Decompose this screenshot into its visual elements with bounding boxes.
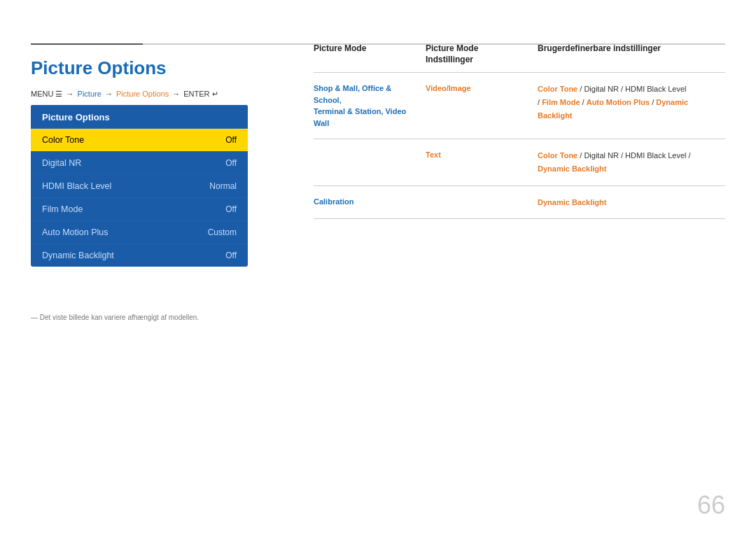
table-row-2-col3: Color Tone / Digital NR / HDMI Black Lev…	[538, 149, 725, 175]
table-header-col2: Picture ModeIndstillinger	[426, 43, 538, 65]
menu-item-hdmi-black-label: HDMI Black Level	[42, 181, 111, 191]
breadcrumb-enter-icon: ↵	[212, 90, 218, 98]
table-row-2-col3-color-tone: Color Tone	[538, 151, 578, 160]
table-row-1-col2: Video/Image	[426, 83, 538, 94]
breadcrumb-arrow-3: →	[172, 90, 182, 98]
menu-item-digital-nr-value: Off	[225, 158, 237, 168]
breadcrumb-arrow-2: →	[105, 90, 115, 98]
table-row-1-col3: Color Tone / Digital NR / HDMI Black Lev…	[538, 83, 725, 122]
menu-item-hdmi-black[interactable]: HDMI Black Level Normal	[31, 175, 248, 198]
table-row-2-col2: Text	[426, 149, 538, 161]
table-row-1-col3-sep3: /	[650, 98, 656, 106]
table-row-1-col3-sep2: /	[580, 98, 587, 106]
menu-item-digital-nr-label: Digital NR	[42, 158, 81, 168]
right-table: Picture Mode Picture ModeIndstillinger B…	[314, 43, 725, 219]
breadcrumb-picture-link[interactable]: Picture	[78, 90, 102, 98]
breadcrumb-current: Picture Options	[116, 90, 169, 98]
breadcrumb: MENU ☰ → Picture → Picture Options → ENT…	[31, 90, 218, 99]
menu-item-dynamic-backlight-value: Off	[225, 251, 237, 260]
breadcrumb-enter: ENTER	[183, 90, 211, 98]
table-row-3: Calibration Dynamic Backlight	[314, 186, 725, 220]
menu-item-color-tone-label: Color Tone	[42, 135, 84, 145]
table-header-col1: Picture Mode	[314, 43, 426, 65]
table-row-3-col1: Calibration	[314, 196, 426, 208]
menu-box-title: Picture Options	[31, 105, 248, 129]
table-row-1-col3-film-mode: Film Mode	[542, 98, 580, 106]
table-row-2: Text Color Tone / Digital NR / HDMI Blac…	[314, 139, 725, 185]
table-row-1: Shop & Mall, Office & School,Terminal & …	[314, 73, 725, 139]
menu-item-color-tone[interactable]: Color Tone Off	[31, 129, 248, 152]
top-rule-accent	[31, 43, 143, 45]
menu-item-digital-nr[interactable]: Digital NR Off	[31, 152, 248, 175]
menu-item-film-mode-label: Film Mode	[42, 204, 83, 214]
table-row-3-col3-dynamic: Dynamic Backlight	[538, 198, 606, 206]
table-row-1-col3-color-tone: Color Tone	[538, 85, 578, 93]
table-row-2-col3-dynamic: Dynamic Backlight	[538, 164, 606, 173]
page-number: 66	[697, 491, 725, 520]
breadcrumb-menu: MENU	[31, 90, 55, 98]
menu-item-hdmi-black-value: Normal	[209, 181, 237, 191]
menu-item-film-mode-value: Off	[225, 204, 237, 214]
picture-options-menu: Picture Options Color Tone Off Digital N…	[31, 105, 248, 267]
menu-item-auto-motion-value: Custom	[208, 227, 237, 237]
menu-item-film-mode[interactable]: Film Mode Off	[31, 198, 248, 221]
breadcrumb-arrow-1: →	[66, 90, 76, 98]
menu-item-dynamic-backlight-label: Dynamic Backlight	[42, 251, 114, 260]
menu-item-auto-motion[interactable]: Auto Motion Plus Custom	[31, 221, 248, 244]
table-header-col3: Brugerdefinerbare indstillinger	[538, 43, 725, 65]
table-row-1-col1: Shop & Mall, Office & School,Terminal & …	[314, 83, 426, 129]
footnote: ― Det viste billede kan variere afhængig…	[31, 314, 199, 321]
menu-item-color-tone-value: Off	[225, 135, 237, 145]
table-row-2-col3-sep1: / Digital NR / HDMI Black Level /	[578, 151, 690, 160]
breadcrumb-menu-icon: ☰	[55, 90, 62, 98]
menu-item-auto-motion-label: Auto Motion Plus	[42, 227, 108, 237]
menu-item-dynamic-backlight[interactable]: Dynamic Backlight Off	[31, 244, 248, 267]
table-row-3-col3: Dynamic Backlight	[538, 196, 725, 209]
table-header: Picture Mode Picture ModeIndstillinger B…	[314, 43, 725, 73]
page-title: Picture Options	[31, 57, 167, 79]
table-row-1-col3-auto-motion: Auto Motion Plus	[587, 98, 650, 106]
